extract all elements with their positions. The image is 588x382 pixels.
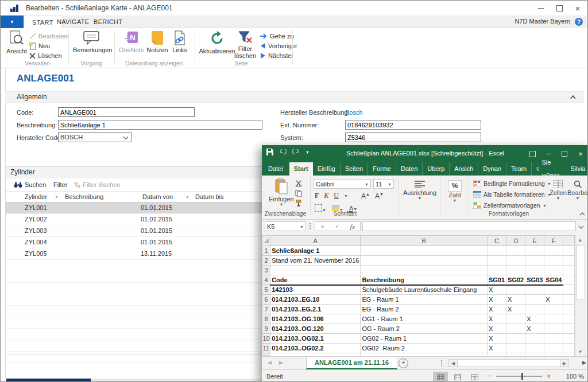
tab-daten[interactable]: Daten [396,162,423,176]
cells-button[interactable]: Zellen ▼ [549,180,567,200]
application-menu-button[interactable]: ▼ [1,15,24,28]
cell[interactable] [544,314,563,324]
hscroll-thumb[interactable] [457,360,560,367]
cell-styles-button[interactable]: Zellenformatvorlagen▼ [473,201,547,209]
copy-icon[interactable] [295,190,302,197]
cell[interactable] [544,334,563,344]
increase-font-icon[interactable]: A▲ [361,192,370,200]
cell[interactable]: X [487,344,506,353]
column-header-datum-von[interactable]: Datum von [142,193,173,200]
sheet-tab[interactable]: ANLAGE001 am 21.11.16 [306,357,397,369]
cell[interactable]: X [487,295,506,305]
font-size-select[interactable]: 11▼ [373,179,394,189]
links-button[interactable]: Links [169,30,190,53]
notizen-button[interactable]: Notizen [145,30,169,53]
decrease-font-icon[interactable]: A▼ [375,192,384,200]
cell[interactable] [525,246,544,256]
format-painter-icon[interactable] [295,200,302,206]
tab-einfuegen[interactable]: Einfüg [313,162,341,176]
sheet-prev-icon[interactable]: ◀ [268,360,272,365]
tab-splitter[interactable] [441,360,442,366]
row-header[interactable]: 8 [262,314,270,324]
cell[interactable] [361,266,488,275]
cell[interactable]: Stand vom 21. November 2016 [270,256,361,266]
zoom-slider-track[interactable] [496,376,542,377]
cell[interactable] [506,285,525,295]
signed-in-user[interactable]: Silvia Libe... [566,162,588,176]
tab-datei[interactable]: Datei [262,162,289,176]
cell[interactable]: 014.2103..OG.106 [270,314,361,324]
cell[interactable] [544,324,563,334]
cancel-icon[interactable]: × [320,223,324,230]
cell[interactable]: OG02 - Raum 1 [361,334,488,344]
collapse-chevron-icon[interactable] [570,95,576,99]
zoom-in-icon[interactable]: + [547,372,551,380]
cell[interactable]: 014.2103..EG.10 [270,295,361,305]
alignment-button[interactable]: Ausrichtung ▼ [402,180,438,200]
cell[interactable] [506,334,525,344]
cell[interactable] [544,256,563,266]
select-all-corner[interactable] [262,236,270,246]
minimize-button[interactable] [532,1,550,15]
cell[interactable]: EG - Raum 2 [361,305,488,314]
scrollbar-thumb[interactable] [576,245,585,299]
scroll-down-icon[interactable]: ▼ [575,347,585,356]
column-header[interactable]: A [270,236,361,246]
underline-button[interactable]: U [334,192,339,200]
normal-view-button[interactable] [433,372,448,382]
hersteller-code-dropdown[interactable]: BOSCH [58,132,131,142]
cell[interactable]: OG02 -Raum 2 [361,344,488,353]
maximize-button[interactable] [551,1,568,15]
cell[interactable]: Schließanlage 1 [270,246,361,256]
sheet-next-icon[interactable]: ▶ [279,360,283,365]
cell[interactable]: X [487,334,506,344]
tell-me-box[interactable]: Sie wünsc [532,162,566,176]
vertical-scrollbar[interactable]: ▲ ▼ [575,235,585,356]
new-sheet-icon[interactable]: + [399,358,408,368]
column-header-beschreibung[interactable]: Beschreibung [65,193,103,200]
page-break-view-button[interactable] [467,372,482,382]
ansicht-button[interactable]: Ansicht [5,30,28,54]
format-as-table-button[interactable]: Als Tabelle formatieren▼ [473,190,551,198]
filter-loeschen-list-button[interactable]: Filter löschen [73,181,120,189]
cell[interactable] [544,266,563,275]
column-header[interactable] [563,236,575,246]
cell[interactable] [563,344,575,353]
row-header[interactable]: 5 [262,285,270,295]
cell[interactable]: SG01 [487,275,506,285]
cell[interactable] [563,305,575,314]
cell[interactable] [563,266,575,275]
cell[interactable]: 142103 [270,285,361,295]
cell[interactable]: X [525,314,544,324]
hersteller-beschreibung-value[interactable]: Bosch [345,109,363,116]
hscroll-far-right-icon[interactable]: ▶ [582,360,586,365]
cell[interactable]: SG04 [544,275,563,285]
cell[interactable]: Code [270,275,361,285]
row-header[interactable]: 2 [262,256,270,266]
column-header[interactable]: F [544,236,563,246]
row-header[interactable]: 10 [262,334,270,344]
hscroll-left-icon[interactable]: ◀ [449,360,457,367]
loeschen-button[interactable]: Löschen [29,52,62,60]
page-layout-view-button[interactable] [450,372,465,382]
cell[interactable] [563,334,575,344]
neu-button[interactable]: Neu [29,42,50,50]
cell[interactable]: SG03 [525,275,544,285]
column-header-zylinder[interactable]: Zylinder [25,193,47,200]
cell[interactable] [563,324,575,334]
collapse-ribbon-icon[interactable] [579,210,585,217]
cell[interactable] [525,344,544,353]
system-field[interactable] [345,132,481,142]
cell[interactable] [525,285,544,295]
bold-button[interactable]: F [315,192,319,200]
fx-icon[interactable]: fx [350,223,355,230]
aktualisieren-button[interactable]: Aktualisieren [198,30,236,54]
cell[interactable]: SG02 [506,275,525,285]
tab-bericht[interactable]: BERICHT [86,15,130,28]
cell[interactable] [525,256,544,266]
cell[interactable] [563,246,575,256]
cell[interactable]: 014.2103..EG.2.1 [270,305,361,314]
cell[interactable] [506,256,525,266]
cell[interactable]: X [487,324,506,334]
cell[interactable]: X [506,295,525,305]
